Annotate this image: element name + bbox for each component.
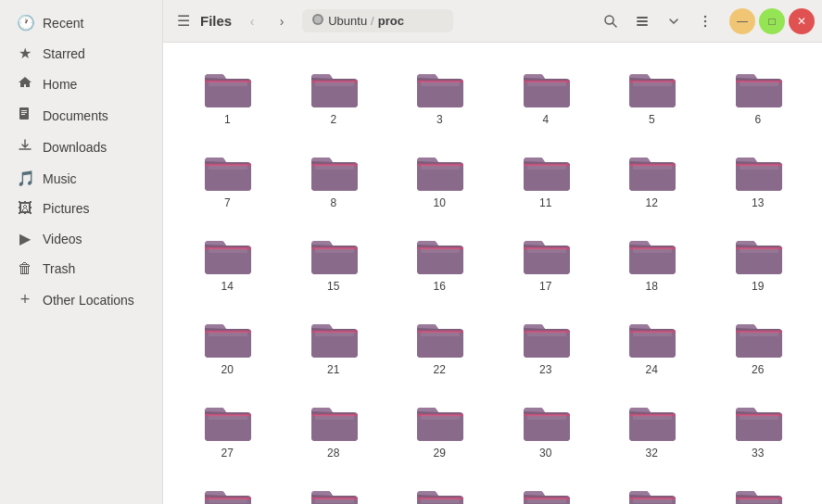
folder-item[interactable]: 13 xyxy=(709,141,808,217)
sidebar-item-videos[interactable]: ▶ Videos xyxy=(6,224,157,253)
folder-item[interactable]: 8 xyxy=(285,141,384,217)
search-button[interactable] xyxy=(596,6,626,36)
svg-rect-3 xyxy=(21,114,25,115)
list-view-button[interactable] xyxy=(627,6,657,36)
folder-icon xyxy=(626,398,677,443)
sidebar-item-recent[interactable]: 🕐 Recent xyxy=(6,8,157,37)
folder-item[interactable]: 11 xyxy=(497,141,596,217)
folder-item[interactable]: 32 xyxy=(602,391,702,467)
hamburger-button[interactable]: ☰ xyxy=(171,8,196,34)
breadcrumb: Ubuntu / proc xyxy=(302,9,452,32)
folder-icon xyxy=(413,148,465,193)
folder-label: 3 xyxy=(436,113,443,126)
svg-rect-0 xyxy=(19,107,29,120)
folder-icon xyxy=(413,398,465,443)
folder-item[interactable]: 30 xyxy=(497,391,596,467)
folder-item[interactable]: 34 xyxy=(178,474,277,504)
folder-item[interactable]: 5 xyxy=(602,57,702,133)
folder-label: 5 xyxy=(649,113,655,126)
folder-label: 15 xyxy=(327,280,339,293)
folder-icon xyxy=(308,398,360,443)
folder-item[interactable]: 18 xyxy=(602,224,702,300)
folder-item[interactable]: 28 xyxy=(285,391,384,467)
sidebar-label-home: Home xyxy=(43,77,77,92)
folder-item[interactable]: 17 xyxy=(497,224,596,300)
folder-item[interactable]: 23 xyxy=(497,308,596,384)
sidebar-item-starred[interactable]: ★ Starred xyxy=(6,39,157,68)
trash-icon: 🗑 xyxy=(17,260,33,277)
sidebar-item-other-locations[interactable]: + Other Locations xyxy=(6,284,157,315)
folder-item[interactable]: 10 xyxy=(390,141,489,217)
folder-item[interactable]: 39 xyxy=(709,474,808,504)
folder-label: 32 xyxy=(646,447,658,460)
folder-icon xyxy=(626,232,677,276)
svg-point-12 xyxy=(704,19,706,21)
sidebar-label-trash: Trash xyxy=(43,261,75,276)
folder-icon xyxy=(732,65,784,109)
sidebar-item-trash[interactable]: 🗑 Trash xyxy=(6,255,157,283)
sidebar-item-home[interactable]: Home xyxy=(6,69,157,99)
main-window: ☰ Files ‹ › Ubuntu / proc xyxy=(163,0,822,504)
folder-icon xyxy=(732,315,784,359)
sidebar-item-pictures[interactable]: 🖼 Pictures xyxy=(6,195,157,222)
app-title: Files xyxy=(200,13,232,29)
documents-icon xyxy=(17,107,33,125)
folder-item[interactable]: 24 xyxy=(602,308,702,384)
svg-line-7 xyxy=(613,23,616,27)
folder-item[interactable]: 19 xyxy=(709,224,808,300)
maximize-button[interactable]: □ xyxy=(759,8,785,34)
folder-icon xyxy=(520,65,572,109)
folder-item[interactable]: 36 xyxy=(390,474,489,504)
folder-icon xyxy=(413,232,465,276)
folder-icon xyxy=(413,315,465,359)
folder-icon xyxy=(626,65,677,109)
svg-point-13 xyxy=(704,24,706,26)
folder-item[interactable]: 2 xyxy=(285,57,384,133)
breadcrumb-root[interactable]: Ubuntu xyxy=(328,14,367,28)
folder-item[interactable]: 20 xyxy=(178,308,277,384)
sidebar-label-videos: Videos xyxy=(43,232,82,246)
view-options-button[interactable] xyxy=(659,6,689,36)
folder-item[interactable]: 6 xyxy=(709,57,808,133)
folder-label: 23 xyxy=(539,363,551,376)
folder-icon xyxy=(520,482,572,504)
folder-item[interactable]: 16 xyxy=(390,224,489,300)
folder-label: 1 xyxy=(224,113,231,126)
folder-item[interactable]: 4 xyxy=(497,57,596,133)
folder-item[interactable]: 3 xyxy=(390,57,489,133)
sidebar-item-music[interactable]: 🎵 Music xyxy=(6,164,157,193)
videos-icon: ▶ xyxy=(17,230,33,247)
breadcrumb-current[interactable]: proc xyxy=(378,14,404,28)
recent-icon: 🕐 xyxy=(17,14,33,32)
folder-icon xyxy=(732,148,784,193)
titlebar: ☰ Files ‹ › Ubuntu / proc xyxy=(163,0,822,43)
sidebar-item-documents[interactable]: Documents xyxy=(6,101,157,131)
menu-button[interactable] xyxy=(690,6,720,36)
folder-icon xyxy=(626,482,677,504)
folder-item[interactable]: 33 xyxy=(709,391,808,467)
downloads-icon xyxy=(17,138,33,157)
folder-item[interactable]: 29 xyxy=(390,391,489,467)
close-button[interactable]: ✕ xyxy=(789,8,815,34)
forward-button[interactable]: › xyxy=(269,8,295,34)
folder-item[interactable]: 14 xyxy=(178,224,277,300)
sidebar-label-other-locations: Other Locations xyxy=(43,293,134,308)
folder-item[interactable]: 38 xyxy=(602,474,702,504)
folder-item[interactable]: 37 xyxy=(497,474,596,504)
folder-item[interactable]: 21 xyxy=(285,308,384,384)
folder-item[interactable]: 7 xyxy=(178,141,277,217)
folder-item[interactable]: 22 xyxy=(390,308,489,384)
folder-item[interactable]: 12 xyxy=(602,141,702,217)
folder-item[interactable]: 27 xyxy=(178,391,277,467)
sidebar-label-pictures: Pictures xyxy=(43,201,90,216)
folder-item[interactable]: 35 xyxy=(285,474,384,504)
folder-label: 6 xyxy=(754,113,761,126)
minimize-button[interactable]: — xyxy=(729,8,755,34)
back-button[interactable]: ‹ xyxy=(239,8,265,34)
folder-item[interactable]: 26 xyxy=(709,308,808,384)
folder-label: 29 xyxy=(434,447,446,460)
sidebar-item-downloads[interactable]: Downloads xyxy=(6,132,157,162)
folder-grid: 1 2 3 xyxy=(178,57,807,504)
folder-item[interactable]: 15 xyxy=(285,224,384,300)
folder-item[interactable]: 1 xyxy=(178,57,277,133)
